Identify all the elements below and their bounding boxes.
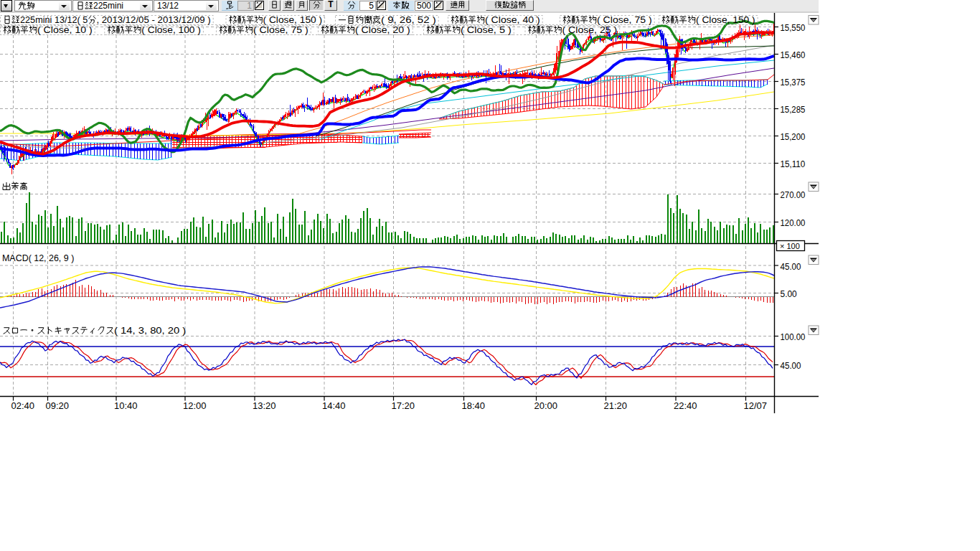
svg-text:( Close, 10 ): ( Close, 10 ) bbox=[37, 25, 93, 35]
svg-text:( Close, 25 ): ( Close, 25 ) bbox=[562, 25, 618, 35]
svg-text:( Close, 75 ): ( Close, 75 ) bbox=[597, 15, 652, 25]
svg-text:22:40: 22:40 bbox=[674, 400, 697, 411]
svg-text:270.00: 270.00 bbox=[781, 190, 806, 200]
svg-text:12/07: 12/07 bbox=[744, 400, 768, 411]
svg-text:45.00: 45.00 bbox=[781, 361, 801, 371]
svg-text:( Close, 40 ): ( Close, 40 ) bbox=[485, 15, 540, 25]
svg-text:45.00: 45.00 bbox=[781, 262, 801, 272]
svg-text:MACD( 12, 26, 9 ): MACD( 12, 26, 9 ) bbox=[2, 253, 74, 263]
svg-text:( 9, 26, 52 ): ( 9, 26, 52 ) bbox=[381, 15, 436, 25]
svg-text:15,375: 15,375 bbox=[781, 77, 806, 88]
svg-text:15,285: 15,285 bbox=[781, 105, 806, 115]
svg-text:( Close, 75 ): ( Close, 75 ) bbox=[253, 25, 308, 35]
svg-text:225mini 13/12( 5: 225mini 13/12( 5 bbox=[20, 15, 88, 25]
svg-text:15,110: 15,110 bbox=[781, 159, 806, 169]
svg-text:20:00: 20:00 bbox=[534, 400, 558, 411]
svg-text:17:20: 17:20 bbox=[392, 400, 415, 411]
svg-text:15,550: 15,550 bbox=[781, 23, 806, 33]
svg-text:21:20: 21:20 bbox=[604, 400, 628, 411]
svg-text:18:40: 18:40 bbox=[462, 400, 486, 411]
svg-text:( Close, 150 ): ( Close, 150 ) bbox=[696, 15, 755, 25]
svg-text:( Close, 150 ): ( Close, 150 ) bbox=[263, 15, 323, 25]
svg-text:02:40: 02:40 bbox=[11, 400, 35, 411]
svg-text:, 2013/12/05 - 2013/12/09 ): , 2013/12/05 - 2013/12/09 ) bbox=[96, 15, 210, 25]
svg-text:12:00: 12:00 bbox=[183, 400, 207, 411]
svg-text:09:20: 09:20 bbox=[46, 400, 70, 411]
svg-text:120.00: 120.00 bbox=[781, 218, 806, 228]
svg-text:( Close, 100 ): ( Close, 100 ) bbox=[141, 25, 201, 35]
svg-text:15,460: 15,460 bbox=[781, 50, 806, 60]
svg-text:100.00: 100.00 bbox=[781, 332, 806, 342]
svg-text:13:20: 13:20 bbox=[253, 400, 276, 411]
svg-text:( Close, 5 ): ( Close, 5 ) bbox=[461, 25, 512, 35]
svg-text:5.00: 5.00 bbox=[781, 289, 797, 299]
svg-text:10:40: 10:40 bbox=[114, 400, 138, 411]
svg-text:× 100: × 100 bbox=[780, 242, 800, 250]
svg-text:( 14, 3, 80, 20 ): ( 14, 3, 80, 20 ) bbox=[114, 326, 186, 336]
svg-text:( Close, 20 ): ( Close, 20 ) bbox=[355, 25, 410, 35]
svg-text:14:40: 14:40 bbox=[322, 400, 346, 411]
svg-text:15,200: 15,200 bbox=[781, 132, 806, 142]
